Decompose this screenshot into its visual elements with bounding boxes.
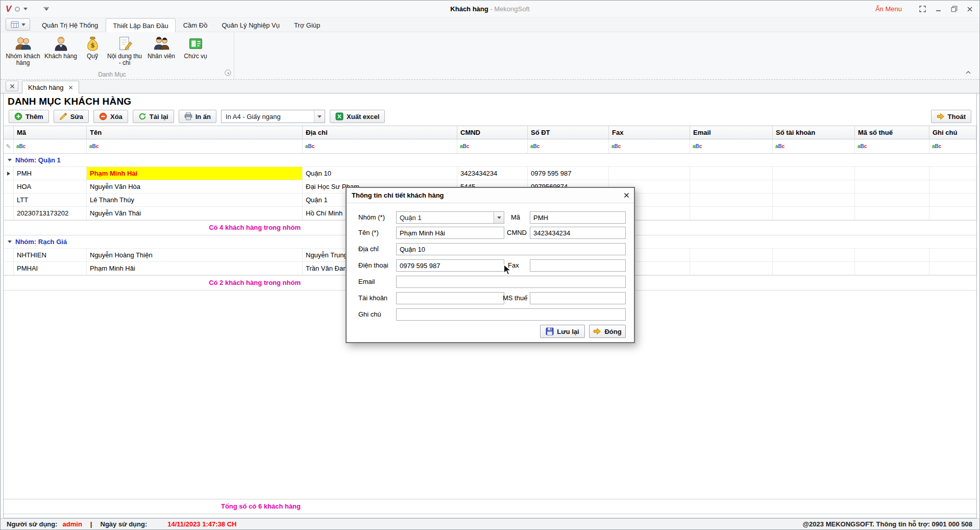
edit-button-label: Sửa (70, 113, 83, 121)
note-input[interactable] (396, 308, 626, 321)
group-options-button[interactable] (225, 69, 231, 78)
ribbon-item-label: Nội dung thu - chi (106, 53, 143, 66)
ribbon-body: Nhóm khách hàng Khách hàng $ Quỹ Nội dun… (1, 32, 979, 80)
minimize-icon (935, 6, 942, 12)
column-header-so-dt[interactable]: Số ĐT (528, 126, 609, 139)
row-indicator (4, 167, 14, 180)
ribbon-tab-quan-ly-nghiep-vu[interactable]: Quản Lý Nghiệp Vụ (215, 18, 286, 32)
chevron-down-icon[interactable] (494, 212, 504, 223)
filter-icon: aBc (305, 144, 314, 149)
edit-button[interactable]: Sửa (54, 110, 89, 123)
ribbon-item-label: Khách hàng (44, 53, 77, 60)
name-input[interactable] (396, 227, 504, 239)
toolbar-customize-icon[interactable] (43, 7, 49, 11)
app-logo-icon[interactable]: V (6, 5, 11, 13)
mouse-cursor (503, 264, 512, 276)
ribbon-tab-tro-giup[interactable]: Trợ Giúp (287, 18, 327, 32)
filter-cell-so-dt[interactable]: aBc (528, 139, 609, 154)
cell-ten: Nguyễn Văn Hòa (87, 180, 303, 194)
close-all-tabs-button[interactable] (6, 81, 18, 91)
ribbon-group-label: Danh Mục (1, 71, 224, 78)
column-header-ghi-chu[interactable]: Ghi chú (929, 126, 976, 139)
column-header-ten[interactable]: Tên (87, 126, 303, 139)
fullscreen-button[interactable] (917, 4, 928, 14)
tab-khach-hang[interactable]: Khách hàng (22, 81, 79, 93)
position-icon (187, 35, 204, 52)
cell-ten: Nguyễn Hoàng Thiện (87, 249, 303, 262)
account-input[interactable] (396, 292, 504, 304)
ribbon-tab-thiet-lap-ban-dau[interactable]: Thiết Lập Ban Đầu (106, 18, 175, 32)
ribbon-tab-cam-do[interactable]: Cầm Đồ (177, 18, 214, 32)
filter-cell-fax[interactable]: aBc (609, 139, 690, 154)
filter-cell-so-tai-khoan[interactable]: aBc (773, 139, 855, 154)
print-format-select[interactable]: In A4 - Giấy ngang (221, 110, 325, 123)
ribbon-collapse-button[interactable] (965, 68, 971, 76)
column-header-so-tai-khoan[interactable]: Số tài khoản (773, 126, 855, 139)
cmnd-input[interactable] (530, 227, 626, 239)
collapse-group-icon[interactable] (8, 240, 12, 243)
restore-button[interactable] (948, 4, 960, 14)
close-button[interactable] (964, 4, 975, 14)
cell-ma: PMHAI (14, 262, 87, 275)
filter-cell-ghi-chu[interactable]: aBc (929, 139, 976, 154)
app-menu-button[interactable] (6, 18, 30, 31)
tab-close-icon[interactable] (68, 85, 73, 90)
group-select[interactable]: Quận 1 (396, 211, 504, 224)
filter-cell-ma[interactable]: aBc (14, 139, 87, 154)
phone-input[interactable] (396, 259, 504, 272)
email-input[interactable] (396, 276, 626, 288)
ribbon-tab-quan-tri-he-thong[interactable]: Quản Trị Hệ Thống (35, 18, 105, 32)
tax-input[interactable] (530, 292, 626, 304)
delete-button[interactable]: Xóa (93, 110, 128, 123)
column-header-email[interactable]: Email (690, 126, 773, 139)
quick-access-icon[interactable] (15, 7, 20, 12)
ribbon-item-noi-dung-thu-chi[interactable]: Nội dung thu - chi (106, 34, 143, 66)
filter-cell-ten[interactable]: aBc (87, 139, 303, 154)
filter-cell-ma-so-thue[interactable]: aBc (855, 139, 929, 154)
column-header-ma-so-thue[interactable]: Mã số thuế (855, 126, 929, 139)
address-input[interactable] (396, 243, 626, 255)
ribbon-item-chuc-vu[interactable]: Chức vụ (179, 34, 212, 60)
exit-button-label: Thoát (948, 113, 966, 121)
ribbon-item-nhan-vien[interactable]: Nhân viên (143, 34, 179, 60)
fax-input[interactable] (530, 259, 626, 272)
ribbon-item-khach-hang[interactable]: Khách hàng (42, 34, 79, 60)
ribbon-item-quy[interactable]: $ Quỹ (79, 34, 106, 60)
money-bag-icon: $ (84, 35, 101, 52)
filter-cell-cmnd[interactable]: aBc (457, 139, 528, 154)
filter-cell-dia-chi[interactable]: aBc (303, 139, 457, 154)
collapse-group-icon[interactable] (8, 159, 12, 161)
print-button[interactable]: In ấn (179, 110, 216, 123)
cell-ten: Lê Thanh Thúy (87, 194, 303, 207)
filter-cell-email[interactable]: aBc (690, 139, 773, 154)
close-icon (624, 192, 629, 198)
group-options-icon (225, 69, 231, 76)
add-button[interactable]: Thêm (9, 110, 49, 123)
filter-icon: aBc (611, 144, 621, 149)
minimize-button[interactable] (933, 4, 944, 14)
minus-icon (99, 112, 107, 121)
table-row[interactable]: PMH Phạm Minh Hải Quận 10 3423434234 097… (4, 167, 976, 180)
dialog-titlebar[interactable]: Thông tin chi tiết khách hàng (347, 188, 634, 203)
code-input[interactable] (530, 211, 626, 224)
export-excel-button[interactable]: Xuất excel (330, 110, 385, 123)
hide-menu-button[interactable]: Ẩn Menu (875, 5, 902, 13)
column-header-ma[interactable]: Mã (14, 126, 87, 139)
page-title: DANH MỤC KHÁCH HÀNG (8, 96, 131, 107)
chevron-down-icon[interactable] (314, 110, 325, 123)
chevron-down-icon[interactable] (23, 8, 28, 10)
ribbon-item-nhom-khach-hang[interactable]: Nhóm khách hàng (4, 34, 42, 66)
save-button[interactable]: Lưu lại (540, 325, 585, 338)
close-dialog-button[interactable]: Đóng (589, 325, 626, 338)
group-footer-label: Có 4 khách hàng trong nhóm (4, 221, 303, 235)
cell-empty (773, 167, 855, 180)
column-header-cmnd[interactable]: CMND (457, 126, 528, 139)
reload-button[interactable]: Tải lại (133, 110, 174, 123)
column-header-fax[interactable]: Fax (609, 126, 690, 139)
dialog-close-button[interactable] (619, 188, 634, 203)
group-header-row[interactable]: Nhóm: Quận 1 (4, 154, 976, 167)
column-header-dia-chi[interactable]: Địa chỉ (303, 126, 457, 139)
tab-label: Khách hàng (28, 84, 63, 91)
exit-button[interactable]: Thoát (931, 110, 971, 123)
phone-label: Điện thoại (358, 259, 388, 272)
